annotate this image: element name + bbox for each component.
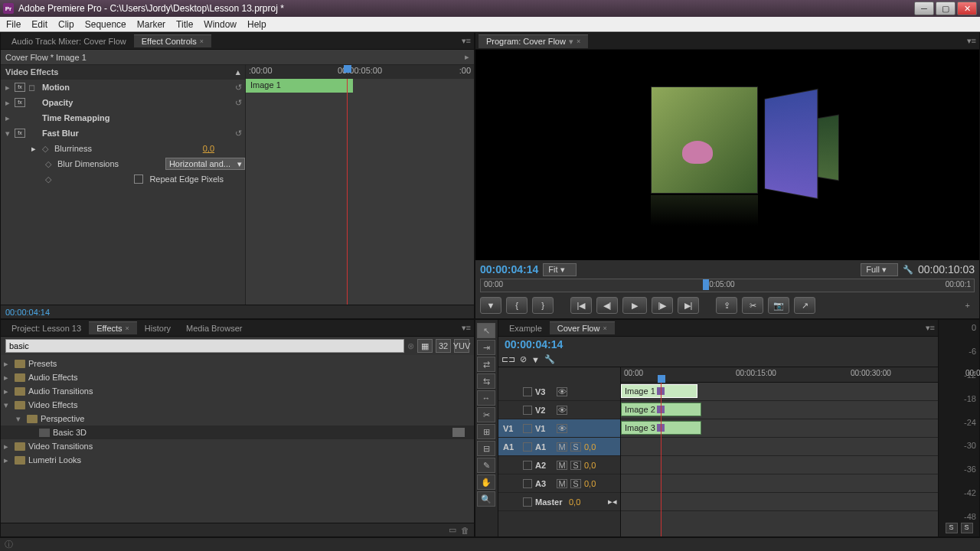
lock-icon[interactable] (523, 387, 532, 396)
tab-media-browser[interactable]: Media Browser (178, 322, 250, 334)
ec-timecode[interactable]: 00:00:04:14 (5, 308, 50, 317)
delete-icon[interactable]: 🗑 (461, 526, 469, 535)
tree-basic-3d[interactable]: Basic 3D (1, 425, 474, 439)
tab-effects[interactable]: Effects× (89, 321, 137, 334)
tab-coverflow-sequence[interactable]: Cover Flow× (550, 321, 615, 334)
track-a2[interactable] (621, 456, 938, 474)
resolution-select[interactable]: Full ▾ (861, 263, 898, 276)
lock-icon[interactable] (523, 424, 532, 433)
panel-menu-icon[interactable]: ▾≡ (967, 36, 976, 46)
step-forward-button[interactable]: |▶ (652, 297, 673, 314)
add-marker-icon[interactable]: ▼ (531, 355, 540, 364)
linked-selection-icon[interactable]: ⊘ (520, 354, 527, 364)
pen-tool[interactable]: ✎ (477, 458, 495, 473)
slide-tool[interactable]: ⊟ (477, 441, 495, 456)
keyframe-toggle-icon[interactable]: ◇ (45, 174, 51, 184)
lock-icon[interactable] (523, 497, 532, 507)
rolling-edit-tool[interactable]: ⇆ (477, 373, 495, 389)
solo-icon[interactable]: S (570, 479, 581, 488)
solo-left-button[interactable]: S (946, 523, 958, 533)
blurriness-value[interactable]: 0,0 (203, 144, 214, 153)
slip-tool[interactable]: ⊞ (477, 424, 495, 439)
twirl-icon[interactable]: ▸ (4, 98, 11, 108)
clip-image-1[interactable]: Image 1 (621, 384, 697, 398)
close-icon[interactable]: × (577, 37, 580, 45)
hand-tool[interactable]: ✋ (477, 474, 495, 490)
tab-example-sequence[interactable]: Example (501, 322, 550, 334)
tree-perspective[interactable]: ▾Perspective (1, 412, 474, 425)
track-header-v2[interactable]: V2👁 (498, 401, 620, 419)
tree-audio-effects[interactable]: ▸Audio Effects (1, 370, 474, 384)
effect-opacity[interactable]: ▸ fx Opacity ↺ (1, 95, 245, 110)
reset-icon[interactable]: ↺ (235, 98, 242, 108)
blur-dimensions-select[interactable]: Horizontal and... ▾ (165, 158, 245, 170)
panel-menu-icon[interactable]: ▾≡ (462, 323, 471, 333)
expand-icon[interactable]: ▸◂ (608, 497, 617, 507)
mute-icon[interactable]: M (557, 442, 567, 452)
accelerated-filter-icon[interactable]: ▦ (417, 339, 433, 353)
zoom-tool[interactable]: 🔍 (477, 491, 495, 507)
yuv-filter-icon[interactable]: YUV (454, 339, 469, 353)
track-a3[interactable] (621, 474, 938, 493)
expand-icon[interactable]: ▸ (465, 52, 469, 62)
timeline-timecode[interactable]: 00:00:04:14 (505, 338, 563, 350)
lock-icon[interactable] (523, 442, 532, 452)
program-viewport[interactable] (475, 50, 979, 260)
add-marker-button[interactable]: ▼ (480, 297, 501, 314)
menu-sequence[interactable]: Sequence (85, 19, 126, 30)
track-header-master[interactable]: Master0,0▸◂ (498, 493, 620, 511)
effects-search-input[interactable] (5, 339, 404, 353)
tab-effect-controls[interactable]: Effect Controls× (134, 34, 211, 47)
tab-project[interactable]: Project: Lesson 13 (4, 322, 89, 334)
track-select-tool[interactable]: ⇥ (477, 340, 495, 355)
fx-badge-icon[interactable]: fx (15, 129, 25, 138)
tab-audio-mixer[interactable]: Audio Track Mixer: Cover Flow (4, 35, 134, 47)
snap-icon[interactable]: ⊏⊐ (501, 354, 515, 364)
ec-clip-bar[interactable]: Image 1 (246, 79, 353, 93)
menu-clip[interactable]: Clip (58, 19, 74, 30)
twirl-icon[interactable]: ▸ (4, 113, 11, 123)
timeline-ruler[interactable]: 00:00 00:00:15:00 00:00:30:00 00:00:45:0… (621, 367, 938, 383)
track-header-a3[interactable]: A3MS0,0 (498, 474, 620, 493)
step-back-button[interactable]: ◀| (596, 297, 618, 314)
tree-video-transitions[interactable]: ▸Video Transitions (1, 439, 474, 453)
repeat-edge-checkbox[interactable] (134, 174, 143, 184)
mark-in-button[interactable]: { (506, 297, 528, 314)
effect-motion[interactable]: ▸ fx ◻ Motion ↺ (1, 80, 245, 95)
menu-marker[interactable]: Marker (137, 19, 165, 30)
track-header-v3[interactable]: V3👁 (498, 383, 620, 401)
add-button-icon[interactable]: + (961, 301, 975, 310)
close-icon[interactable]: × (200, 37, 204, 45)
close-icon[interactable]: × (126, 324, 129, 332)
solo-icon[interactable]: S (570, 461, 581, 470)
tab-program[interactable]: Program: Cover Flow ▾ × (479, 34, 588, 48)
mute-icon[interactable]: M (557, 479, 567, 488)
tree-audio-transitions[interactable]: ▸Audio Transitions (1, 384, 474, 398)
close-icon[interactable]: × (603, 324, 606, 332)
panel-menu-icon[interactable]: ▾≡ (462, 36, 471, 46)
twirl-icon[interactable]: ▸ (4, 83, 11, 93)
reset-icon[interactable]: ↺ (235, 83, 242, 93)
tree-presets[interactable]: ▸Presets (1, 357, 474, 370)
menu-edit[interactable]: Edit (31, 19, 47, 30)
twirl-icon[interactable]: ▸ (31, 144, 36, 154)
program-timecode-left[interactable]: 00:00:04:14 (480, 263, 538, 276)
track-header-a1[interactable]: A1A1MS0,0 (498, 438, 620, 456)
extract-button[interactable]: ✂ (742, 297, 763, 314)
ripple-edit-tool[interactable]: ⇄ (477, 357, 495, 372)
program-ruler[interactable]: 00:00 :00:05:00 00:00:1 (480, 279, 975, 292)
menu-window[interactable]: Window (204, 19, 237, 30)
share-button[interactable]: ↗ (794, 297, 815, 314)
new-bin-icon[interactable]: ▭ (449, 525, 456, 535)
effect-fast-blur[interactable]: ▾ fx Fast Blur ↺ (1, 126, 245, 141)
mute-icon[interactable]: M (557, 461, 567, 470)
selection-tool[interactable]: ↖ (477, 323, 495, 338)
lift-button[interactable]: ⇪ (716, 297, 737, 314)
playhead-icon[interactable] (658, 375, 665, 383)
clear-search-icon[interactable]: ⊗ (407, 341, 414, 351)
razor-tool[interactable]: ✂ (477, 407, 495, 422)
rate-stretch-tool[interactable]: ↔ (477, 390, 495, 406)
track-header-a2[interactable]: A2MS0,0 (498, 456, 620, 474)
playhead-icon[interactable] (703, 279, 709, 290)
keyframe-toggle-icon[interactable]: ◇ (45, 159, 51, 169)
